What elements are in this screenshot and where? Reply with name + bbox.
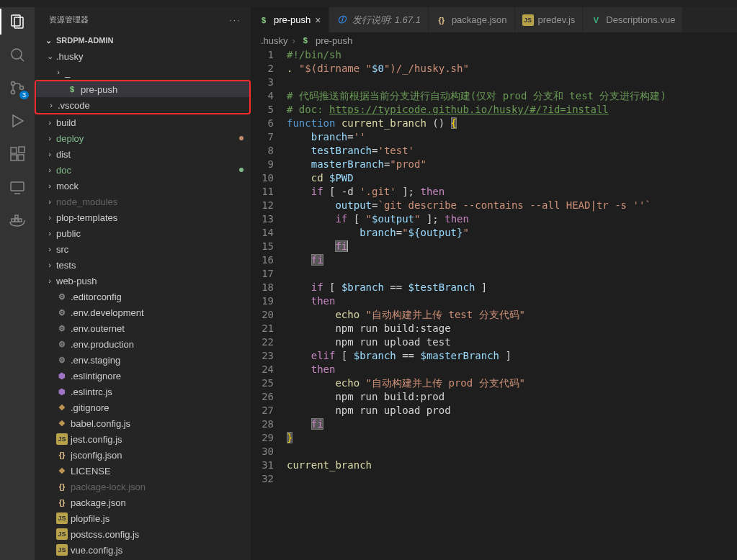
chevron-right-icon: › [46,181,53,190]
chevron-down-icon: ⌄ [45,36,52,45]
crumb-file[interactable]: pre-push [316,35,352,46]
file-tree: ⌄.husky›_$pre-push›.vscode›build›deploy›… [35,48,251,560]
file-item[interactable]: ⚙.env.staging [35,352,251,368]
folder-item[interactable]: ›_ [35,64,251,80]
folder-item[interactable]: ›build [35,114,251,130]
scm-icon[interactable]: 3 [7,78,27,98]
file-item[interactable]: JSjest.config.js [35,431,251,447]
breadcrumb[interactable]: .husky › $ pre-push [251,32,737,48]
folder-item[interactable]: ›node_modules [35,194,251,209]
remote-icon[interactable] [7,177,27,197]
activity-bar: 3 [0,7,35,560]
info-icon: ⓘ [336,14,348,26]
gear-icon: ⚙ [56,338,68,350]
config-icon: ❖ [56,465,68,477]
folder-item[interactable]: ›.vscode [36,97,249,113]
file-item[interactable]: {}package-lock.json [35,479,251,494]
gear-icon: ⚙ [56,291,68,302]
item-label: _ [65,67,251,78]
item-label: .editorconfig [71,292,251,302]
tab-label: package.json [452,14,507,25]
file-item[interactable]: {}jsconfig.json [35,447,251,463]
file-item[interactable]: JSvue.config.js [35,542,251,558]
file-item[interactable]: ❖LICENSE [35,463,251,479]
chevron-right-icon: › [46,134,53,143]
chevron-right-icon: › [46,276,53,285]
folder-item[interactable]: ›dist [35,146,251,162]
folder-item[interactable]: ›tests [35,257,251,273]
file-item[interactable]: $pre-push [36,81,249,97]
sidebar-more-icon[interactable]: ··· [230,16,241,24]
editor-tab[interactable]: ⓘ发行说明: 1.67.1 [329,7,429,32]
vue-icon: V [590,14,602,26]
search-icon[interactable] [7,45,27,65]
tab-label: predev.js [538,14,576,25]
close-icon[interactable]: × [315,14,321,26]
item-label: pre-push [81,84,249,95]
editor-tab[interactable]: {}package.json [429,7,515,32]
root-label: SRDPM-ADMIN [56,36,113,45]
chevron-right-icon: › [46,261,53,269]
run-icon[interactable] [7,111,27,131]
folder-item[interactable]: ›public [35,225,251,241]
chevron-right-icon: › [46,150,53,158]
file-item[interactable]: ⬢.eslintignore [35,368,251,384]
chevron-right-icon: › [46,118,53,127]
folder-item[interactable]: ›src [35,241,251,257]
file-item[interactable]: JSplopfile.js [35,510,251,526]
js-icon: JS [56,544,68,556]
item-label: .env.production [71,339,251,350]
svg-rect-15 [15,219,18,222]
item-label: deploy [56,133,236,144]
code-editor[interactable]: 1234567891011121314151617181920212223242… [251,48,737,560]
extensions-icon[interactable] [7,144,27,164]
file-item[interactable]: ❖babel.config.js [35,415,251,431]
file-item[interactable]: ⬢.eslintrc.js [35,384,251,399]
explorer-sidebar: 资源管理器 ··· ⌄ SRDPM-ADMIN ⌄.husky›_$pre-pu… [35,7,251,560]
titlebar [0,0,737,7]
config-icon: ❖ [56,402,68,413]
js-icon: JS [56,512,68,524]
gear-icon: ⚙ [56,307,68,318]
file-item[interactable]: JSpostcss.config.js [35,526,251,542]
json-icon: {} [56,449,68,461]
item-label: package-lock.json [71,482,251,492]
item-label: web-push [56,276,251,286]
file-item[interactable]: ⚙.env.production [35,336,251,352]
editor-tab[interactable]: VDescriptions.vue [583,7,683,32]
folder-item[interactable]: ›deploy [35,130,251,146]
folder-item[interactable]: ⌄.husky [35,48,251,64]
svg-point-6 [20,86,24,90]
folder-item[interactable]: ›plop-templates [35,209,251,225]
folder-item[interactable]: ›doc [35,162,251,178]
editor-tab[interactable]: JSpredev.js [515,7,584,32]
chevron-right-icon: › [46,213,53,222]
sh-icon: $ [300,35,311,46]
sidebar-root[interactable]: ⌄ SRDPM-ADMIN [35,32,251,48]
svg-line-3 [20,58,24,61]
editor-tabs: $pre-push×ⓘ发行说明: 1.67.1{}package.jsonJSp… [251,7,737,32]
editor-tab[interactable]: $pre-push× [251,7,329,32]
js-icon: JS [56,528,68,540]
explorer-icon[interactable] [7,12,27,32]
crumb-folder[interactable]: .husky [261,35,288,46]
item-label: src [56,244,251,255]
file-item[interactable]: ⚙.env.outernet [35,320,251,336]
docker-icon[interactable] [7,210,27,230]
svg-rect-9 [11,155,17,161]
file-item[interactable]: ⚙.editorconfig [35,289,251,304]
file-item[interactable]: ⚙.env.development [35,304,251,320]
file-item[interactable]: ❖.gitignore [35,399,251,415]
chevron-right-icon: › [292,35,295,46]
json-icon: {} [56,481,68,492]
folder-item[interactable]: ›web-push [35,273,251,289]
item-label: mock [56,181,251,191]
item-label: .env.outernet [71,323,251,334]
folder-item[interactable]: ›mock [35,178,251,194]
chevron-right-icon: › [46,166,53,174]
js-icon: JS [522,14,534,26]
file-item[interactable]: {}package.json [35,494,251,510]
status-dot [239,136,244,140]
chevron-right-icon: › [46,229,53,238]
chevron-right-icon: › [46,245,53,253]
